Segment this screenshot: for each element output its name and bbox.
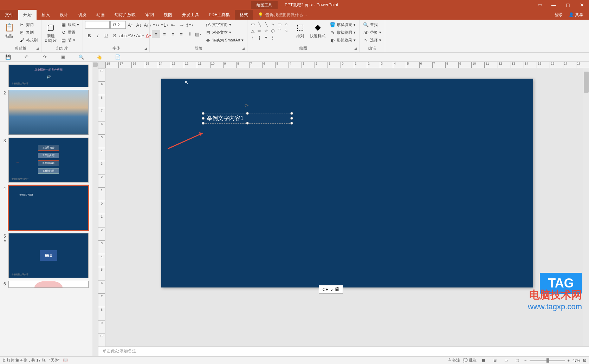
new-slide-button[interactable]: ▢ 新建 幻灯片 (44, 21, 58, 44)
increase-indent-icon[interactable]: ⇥ (177, 21, 186, 29)
shape-brace2-icon[interactable]: } (256, 34, 263, 41)
numbering-icon[interactable]: ≡1 (160, 21, 169, 29)
reset-button[interactable]: ↺重置 (59, 29, 80, 36)
shape-curve-icon[interactable]: ∿ (283, 28, 289, 34)
shrink-font-icon[interactable]: A↓ (135, 21, 143, 29)
shape-hexagon-icon[interactable]: ⬡ (270, 28, 276, 34)
columns-icon[interactable]: ▥ (194, 30, 202, 38)
format-painter-button[interactable]: 🖌格式刷 (18, 37, 39, 44)
save-icon[interactable]: 💾 (4, 53, 12, 61)
login-link[interactable]: 登录 (555, 12, 563, 18)
drawing-launcher-icon[interactable]: ◢ (354, 47, 358, 51)
shape-brace-icon[interactable]: { (250, 34, 256, 41)
sorter-view-icon[interactable]: ⊞ (491, 357, 499, 364)
handle-w[interactable] (202, 117, 205, 120)
from-beginning-icon[interactable]: ▣ (59, 53, 67, 61)
thumbnail-4[interactable]: 4 举例文字内容1 (0, 185, 98, 232)
spellcheck-icon[interactable]: 📖 (63, 358, 68, 363)
quick-styles-button[interactable]: ◆ 快速样式 (309, 21, 327, 39)
handle-e[interactable] (290, 117, 293, 120)
notes-pane[interactable]: 单击此处添加备注 (98, 346, 589, 356)
align-text-button[interactable]: ⊟对齐文本 ▾ (204, 29, 245, 36)
shape-more-icon[interactable]: ⋮ (270, 34, 276, 41)
tab-slideshow[interactable]: 幻灯片放映 (110, 10, 141, 20)
reading-view-icon[interactable]: ▭ (502, 357, 510, 364)
arrange-button[interactable]: ⬚ 排列 (293, 21, 307, 39)
handle-sw[interactable] (202, 122, 205, 125)
text-direction-button[interactable]: ↕A文字方向 ▾ (204, 21, 245, 28)
tab-file[interactable]: 文件 (0, 10, 18, 20)
handle-nw[interactable] (202, 112, 205, 115)
print-preview-icon[interactable]: 🔍 (77, 53, 85, 61)
ime-indicator[interactable]: CH ♪ 简 (319, 285, 343, 294)
textbox-selected[interactable]: ⟳ 举例文字内容1 (203, 113, 292, 124)
slide-canvas[interactable]: ↖ ⟳ 举例文字内容1 (105, 68, 589, 346)
thumbnail-panel[interactable]: 历史记录中的各分析图 🔊 举例页脚文字内容 2 3 1.公司简介 2.产品介绍 … (0, 62, 98, 356)
thumbnail-6[interactable]: 6 (0, 280, 98, 290)
select-button[interactable]: ↖选择 ▾ (362, 37, 383, 44)
ribbon-options-icon[interactable]: ▭ (533, 0, 547, 10)
comments-toggle[interactable]: 💬 批注 (463, 358, 477, 363)
vertical-ruler[interactable]: 10987654321012345678910 (98, 68, 105, 346)
tab-insert[interactable]: 插入 (37, 10, 55, 20)
shape-line-icon[interactable]: ╲ (256, 21, 263, 27)
canvas-scrollbar[interactable] (583, 68, 589, 346)
bold-icon[interactable]: B (85, 32, 93, 39)
horizontal-ruler[interactable]: 1817161514131211109876543210123456789101… (105, 62, 589, 68)
handle-se[interactable] (290, 122, 293, 125)
shape-line2-icon[interactable]: ╲ (263, 21, 269, 27)
align-left-icon[interactable]: ≡ (152, 30, 160, 38)
shape-callout-icon[interactable]: ▾ (263, 34, 269, 41)
thumbnail-scrollbar[interactable] (92, 62, 98, 356)
tab-home[interactable]: 开始 (18, 10, 37, 20)
zoom-percent[interactable]: 47% (572, 358, 580, 363)
paragraph-launcher-icon[interactable]: ◢ (242, 47, 246, 51)
tab-pdf[interactable]: PDF工具集 (204, 10, 235, 20)
tab-transitions[interactable]: 切换 (73, 10, 91, 20)
clipboard-launcher-icon[interactable]: ◢ (36, 47, 40, 51)
shape-outline-button[interactable]: ✎形状轮廓 ▾ (328, 29, 357, 36)
char-spacing-icon[interactable]: AV (127, 32, 136, 39)
shape-star-icon[interactable]: ☆ (263, 28, 269, 34)
handle-s[interactable] (246, 122, 249, 125)
underline-icon[interactable]: U (102, 32, 110, 39)
line-spacing-icon[interactable]: ‡≡ (186, 21, 194, 29)
section-button[interactable]: ▤节 ▾ (59, 37, 80, 44)
decrease-indent-icon[interactable]: ⇤ (169, 21, 177, 29)
shapes-gallery[interactable]: ▭ ╲ ╲ ↳ ▭ ○ △ ⇨ ☆ ⬡ ⌒ ∿ { } ▾ ⋮ (250, 21, 292, 41)
redo-icon[interactable]: ↷ (41, 53, 48, 61)
layout-button[interactable]: ▦版式 ▾ (59, 21, 80, 28)
shape-fill-button[interactable]: 🪣形状填充 ▾ (328, 21, 357, 28)
handle-n[interactable] (246, 112, 249, 115)
font-family-select[interactable] (85, 21, 110, 29)
undo-icon[interactable]: ↶ (22, 53, 30, 61)
shape-rect-icon[interactable]: ▭ (276, 21, 283, 27)
touch-mode-icon[interactable]: 👆 (96, 53, 103, 61)
rotate-handle-icon[interactable]: ⟳ (245, 103, 249, 108)
font-launcher-icon[interactable]: ◢ (144, 47, 149, 51)
tab-design[interactable]: 设计 (55, 10, 73, 20)
tab-view[interactable]: 视图 (159, 10, 177, 20)
shape-triangle-icon[interactable]: △ (250, 28, 256, 34)
file-preview-icon[interactable]: 📄 (114, 53, 122, 61)
zoom-in-icon[interactable]: + (568, 358, 570, 363)
slideshow-view-icon[interactable]: ▢ (513, 357, 522, 364)
shape-connector-icon[interactable]: ↳ (270, 21, 276, 27)
thumbnail-5[interactable]: 5★ W≡ 举例页脚文字内容 (0, 232, 98, 280)
change-case-icon[interactable]: Aa (136, 32, 144, 39)
thumbnail-1[interactable]: 历史记录中的各分析图 🔊 举例页脚文字内容 (0, 64, 98, 89)
shape-effects-button[interactable]: ◐形状效果 ▾ (328, 37, 357, 44)
grow-font-icon[interactable]: A↑ (127, 21, 134, 29)
fit-window-icon[interactable]: ⊡ (583, 358, 586, 363)
notes-toggle[interactable]: ≙ 备注 (448, 358, 460, 363)
thumbnail-3[interactable]: 3 1.公司简介 2.产品介绍 3.举例内容 4.举例内容 ← 举例页脚文字内容 (0, 137, 98, 185)
copy-button[interactable]: ⎘复制 (18, 29, 39, 36)
italic-icon[interactable]: I (93, 32, 102, 39)
shadow-icon[interactable]: abc (119, 32, 127, 39)
tab-format[interactable]: 格式 (235, 10, 253, 20)
smartart-button[interactable]: ⬘转换为 SmartArt ▾ (204, 37, 245, 44)
tab-review[interactable]: 审阅 (141, 10, 159, 20)
find-button[interactable]: 🔍查找 (362, 21, 383, 28)
strike-icon[interactable]: S (110, 32, 119, 39)
shape-textbox-icon[interactable]: ▭ (250, 21, 256, 27)
